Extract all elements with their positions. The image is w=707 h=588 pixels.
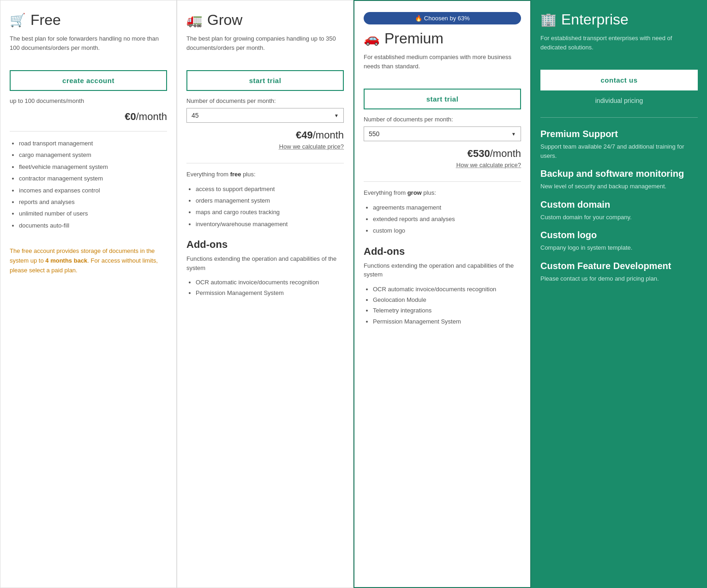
list-item: Telemetry integrations xyxy=(373,305,521,316)
premium-plan-header: 🚗 Premium xyxy=(364,30,521,47)
list-item: inventory/warehouse management xyxy=(196,219,344,229)
grow-plan-header: 🚛 Grow xyxy=(186,12,344,29)
list-item: custom logo xyxy=(373,225,521,236)
grow-plan-icon: 🚛 xyxy=(186,12,203,28)
free-features-list: road transport management cargo manageme… xyxy=(10,138,167,232)
list-item: OCR automatic invoice/documents recognit… xyxy=(373,284,521,294)
enterprise-backup-title: Backup and software monitoring xyxy=(540,168,698,179)
free-plan-description: The best plan for sole forwarders handli… xyxy=(10,34,167,62)
premium-plan-title: Premium xyxy=(384,30,443,47)
grow-addons-title: Add-ons xyxy=(186,239,344,251)
list-item: road transport management xyxy=(19,138,167,149)
grow-features-intro: Everything from free plus: xyxy=(186,170,344,179)
list-item: Geolocation Module xyxy=(373,294,521,305)
premium-docs-label: Number of documents per month: xyxy=(364,116,521,123)
premium-start-trial-button[interactable]: start trial xyxy=(364,89,521,109)
premium-plan-col: 🔥 Choosen by 63% 🚗 Premium For establish… xyxy=(354,0,531,588)
list-item: OCR automatic invoice/documents recognit… xyxy=(196,277,344,288)
premium-price-suffix: /month xyxy=(490,148,521,159)
grow-addons-desc: Functions extending the operation and ca… xyxy=(186,254,344,272)
list-item: incomes and expanses control xyxy=(19,185,167,196)
free-price-suffix: /month xyxy=(136,111,167,122)
enterprise-support-title: Premium Support xyxy=(540,129,698,139)
chosen-badge: 🔥 Choosen by 63% xyxy=(364,12,521,24)
enterprise-logo-desc: Company logo in system template. xyxy=(540,243,698,252)
list-item: orders management system xyxy=(196,195,344,206)
enterprise-divider xyxy=(540,117,698,118)
grow-calc-link[interactable]: How we calculate price? xyxy=(186,143,344,150)
free-docs-label: up to 100 documents/month xyxy=(10,97,167,104)
list-item: extended reports and analyses xyxy=(373,214,521,224)
enterprise-plan-title: Enterprise xyxy=(561,11,629,28)
free-create-account-button[interactable]: create account xyxy=(10,70,167,91)
premium-plan-description: For established medium companies with mo… xyxy=(364,53,521,80)
enterprise-plan-description: For established transport enterprises wi… xyxy=(540,34,698,61)
enterprise-logo-title: Custom logo xyxy=(540,230,698,240)
list-item: reports and analyses xyxy=(19,197,167,207)
premium-docs-arrow: ▼ xyxy=(511,132,516,137)
free-storage-note: The free account provides storage of doc… xyxy=(10,246,167,275)
premium-price-value: €530 xyxy=(467,148,490,159)
free-price-value: €0 xyxy=(125,111,136,122)
enterprise-feature-desc: Please contact us for demo and pricing p… xyxy=(540,274,698,283)
enterprise-plan-col: 🏢 Enterprise For established transport e… xyxy=(531,0,707,588)
enterprise-contact-us-button[interactable]: contact us xyxy=(540,70,698,90)
grow-price-suffix: /month xyxy=(313,129,344,141)
list-item: contractor management system xyxy=(19,173,167,184)
free-divider xyxy=(10,131,167,132)
grow-features-list: access to support department orders mana… xyxy=(186,184,344,231)
free-plan-col: 🛒 Free The best plan for sole forwarders… xyxy=(0,0,177,588)
enterprise-individual-pricing: individual pricing xyxy=(540,97,698,104)
grow-start-trial-button[interactable]: start trial xyxy=(186,70,344,91)
pricing-container: 🛒 Free The best plan for sole forwarders… xyxy=(0,0,707,588)
free-plan-title: Free xyxy=(30,12,61,29)
premium-docs-value: 550 xyxy=(369,130,379,138)
enterprise-plan-icon: 🏢 xyxy=(540,12,557,27)
premium-price: €530/month xyxy=(364,148,521,160)
enterprise-plan-header: 🏢 Enterprise xyxy=(540,11,698,28)
grow-addons-list: OCR automatic invoice/documents recognit… xyxy=(186,277,344,299)
grow-docs-arrow: ▼ xyxy=(334,113,339,118)
enterprise-backup-desc: New level of security and backup managem… xyxy=(540,182,698,191)
premium-calc-link[interactable]: How we calculate price? xyxy=(364,162,521,168)
list-item: Permission Management System xyxy=(373,316,521,327)
enterprise-domain-desc: Custom domain for your company. xyxy=(540,213,698,222)
grow-plan-title: Grow xyxy=(207,12,242,29)
free-plan-icon: 🛒 xyxy=(10,12,26,28)
list-item: fleet/vehicle management system xyxy=(19,162,167,172)
premium-features-intro: Everything from grow plus: xyxy=(364,188,521,198)
premium-plan-icon: 🚗 xyxy=(364,31,380,46)
free-plan-header: 🛒 Free xyxy=(10,12,167,29)
grow-docs-value: 45 xyxy=(192,112,199,119)
grow-docs-label: Number of documents per month: xyxy=(186,97,344,104)
premium-features-list: agreements management extended reports a… xyxy=(364,202,521,237)
list-item: Permission Management System xyxy=(196,288,344,298)
premium-addons-list: OCR automatic invoice/documents recognit… xyxy=(364,284,521,327)
list-item: maps and cargo routes tracking xyxy=(196,207,344,217)
list-item: unlimited number of users xyxy=(19,208,167,219)
list-item: cargo management system xyxy=(19,150,167,160)
grow-docs-selector[interactable]: 45 ▼ xyxy=(186,108,344,123)
premium-docs-selector[interactable]: 550 ▼ xyxy=(364,126,521,141)
grow-price: €49/month xyxy=(186,129,344,141)
premium-addons-title: Add-ons xyxy=(364,246,521,258)
list-item: agreements management xyxy=(373,202,521,213)
premium-divider xyxy=(364,181,521,182)
enterprise-feature-title: Custom Feature Development xyxy=(540,261,698,271)
premium-addons-desc: Functions extending the operation and ca… xyxy=(364,261,521,279)
grow-divider xyxy=(186,163,344,163)
grow-price-value: €49 xyxy=(296,129,313,141)
list-item: access to support department xyxy=(196,184,344,194)
enterprise-support-desc: Support team available 24/7 and addition… xyxy=(540,142,698,160)
grow-plan-description: The best plan for growing companies hand… xyxy=(186,34,344,62)
free-price: €0/month xyxy=(10,111,167,123)
enterprise-domain-title: Custom domain xyxy=(540,199,698,210)
list-item: documents auto-fill xyxy=(19,220,167,231)
grow-plan-col: 🚛 Grow The best plan for growing compani… xyxy=(177,0,354,588)
